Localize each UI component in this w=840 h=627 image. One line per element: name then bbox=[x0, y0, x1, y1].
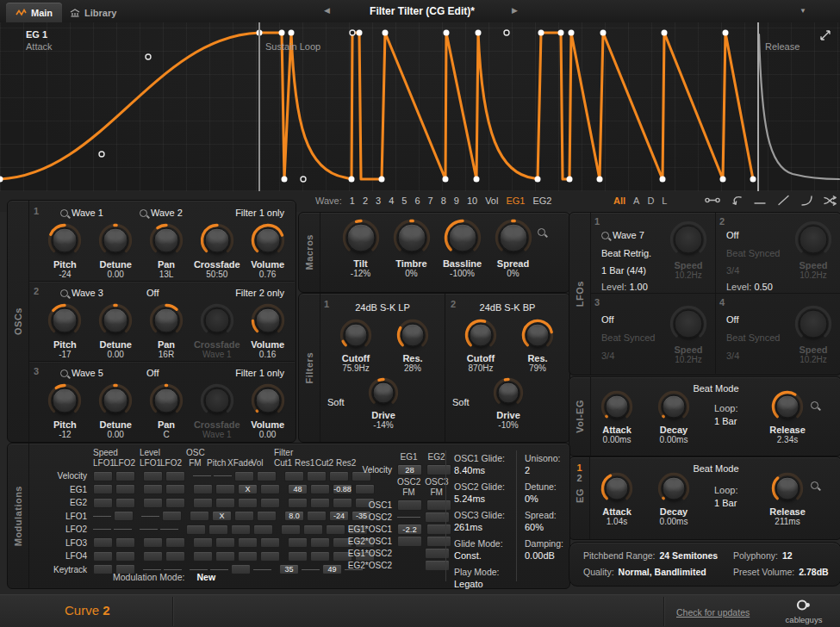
osc1-wave2-selector[interactable]: Wave 2 bbox=[140, 208, 183, 218]
mod-cell[interactable] bbox=[215, 484, 235, 494]
mod-cell[interactable] bbox=[165, 537, 185, 548]
lfo4-wave-selector[interactable]: Off bbox=[726, 314, 738, 325]
wave-item-EG2[interactable]: EG2 bbox=[532, 196, 551, 206]
env-node[interactable] bbox=[569, 30, 575, 36]
mod-cell[interactable] bbox=[260, 537, 280, 548]
filter1-res-knob[interactable]: Res.28% bbox=[386, 318, 439, 373]
env-handle-node[interactable] bbox=[350, 30, 355, 35]
eg-attack-knob[interactable]: Attack1.04s bbox=[590, 471, 644, 526]
mod-cell[interactable] bbox=[307, 471, 327, 481]
osc1-glide[interactable]: OSC1 Glide:8.40ms bbox=[454, 453, 505, 475]
wave-item-EG1[interactable]: EG1 bbox=[506, 196, 525, 206]
mod-cell[interactable] bbox=[260, 484, 280, 494]
lfo2-trigger-mode[interactable]: Beat Synced bbox=[726, 248, 780, 258]
filter2-cutoff-knob[interactable]: Cutoff870Hz bbox=[454, 318, 507, 373]
eg-release-knob[interactable]: Release211ms bbox=[761, 471, 814, 526]
mod-cell[interactable] bbox=[143, 537, 163, 548]
env-node[interactable] bbox=[444, 30, 450, 36]
wave-item-5[interactable]: 5 bbox=[401, 196, 407, 206]
damping[interactable]: Damping:0.00dB bbox=[525, 538, 563, 561]
mod-cell[interactable] bbox=[143, 551, 163, 562]
cableguys-logo[interactable]: cableguys bbox=[776, 599, 831, 624]
env-node[interactable] bbox=[357, 30, 363, 36]
mod-cell[interactable] bbox=[288, 551, 308, 562]
wave-item-Vol[interactable]: Vol bbox=[485, 196, 498, 206]
mod-cell[interactable]: X bbox=[212, 511, 232, 521]
eg-loop[interactable]: Loop:1 Bar bbox=[714, 485, 738, 508]
mod-cell[interactable] bbox=[257, 471, 277, 481]
release-divider[interactable] bbox=[757, 22, 759, 191]
pitchbend-range[interactable]: Pitchbend Range:24 Semitones bbox=[583, 550, 718, 561]
env-node[interactable] bbox=[279, 30, 285, 36]
mod-cell[interactable] bbox=[190, 511, 209, 521]
vol-eg-release-knob[interactable]: Release2.34s bbox=[761, 389, 814, 444]
lfo1-rate[interactable]: 1 Bar (4/4) bbox=[601, 265, 646, 276]
bassline-macro-knob[interactable]: Bassline-100% bbox=[437, 218, 488, 278]
unisono[interactable]: Unisono:2 bbox=[525, 453, 560, 475]
osc3-volume-knob[interactable]: Volume0.00 bbox=[242, 382, 293, 439]
mod-cell[interactable] bbox=[426, 536, 451, 547]
tab-library[interactable]: Library bbox=[60, 3, 126, 22]
filter1-type[interactable]: 24dB S-K LP bbox=[329, 302, 436, 313]
env-node[interactable] bbox=[720, 177, 726, 183]
draw-curve-icon[interactable] bbox=[730, 195, 744, 206]
mod-cell[interactable] bbox=[288, 498, 308, 508]
mod-cell[interactable] bbox=[162, 511, 182, 521]
osc3-pitch-knob[interactable]: Pitch-12 bbox=[40, 382, 90, 439]
mod-cell[interactable] bbox=[114, 511, 134, 521]
mod-cell[interactable] bbox=[115, 551, 135, 562]
env-node[interactable] bbox=[476, 30, 482, 36]
mod-cell[interactable] bbox=[310, 551, 330, 562]
mod-cell[interactable]: 48 bbox=[288, 484, 308, 494]
osc2-filter-routing[interactable]: Filter 2 only bbox=[235, 288, 284, 298]
preset-volume[interactable]: Preset Volume:2.78dB bbox=[733, 567, 829, 577]
mod-cell[interactable] bbox=[426, 524, 451, 535]
env-node[interactable] bbox=[443, 177, 449, 183]
mod-cell[interactable] bbox=[115, 484, 135, 494]
osc2-wave2-selector[interactable]: Off bbox=[146, 288, 159, 298]
env-node[interactable] bbox=[383, 30, 389, 36]
env-node[interactable] bbox=[597, 177, 603, 183]
modulation-mode[interactable]: Modulation Mode:New bbox=[113, 572, 215, 582]
envelope-handles[interactable] bbox=[99, 30, 509, 182]
wave-item-1[interactable]: 1 bbox=[350, 196, 355, 206]
mod-cell[interactable] bbox=[288, 537, 308, 548]
envelope-editor[interactable]: EG 1 Attack Sustain Loop Release bbox=[0, 22, 840, 191]
mod-cell[interactable] bbox=[115, 498, 135, 508]
mod-cell[interactable] bbox=[397, 536, 422, 547]
osc2-pan-knob[interactable]: Pan16R bbox=[141, 302, 192, 359]
mod-cell[interactable] bbox=[165, 484, 185, 494]
env-node[interactable] bbox=[535, 177, 541, 183]
unisono-detune[interactable]: Detune:0% bbox=[525, 481, 557, 504]
env-node[interactable] bbox=[723, 30, 729, 36]
edit-mode-All[interactable]: All bbox=[613, 196, 625, 206]
wave-item-4[interactable]: 4 bbox=[389, 196, 394, 206]
sustain-divider[interactable] bbox=[258, 22, 260, 191]
mod-cell[interactable] bbox=[93, 551, 113, 562]
mod-cell[interactable] bbox=[165, 551, 185, 562]
polyphony[interactable]: Polyphony:12 bbox=[733, 550, 793, 561]
lfo4-trigger-mode[interactable]: Beat Synced bbox=[726, 332, 780, 343]
lfo2-rate[interactable]: 3/4 bbox=[726, 265, 739, 276]
osc2-volume-knob[interactable]: Volume0.16 bbox=[242, 302, 293, 359]
tilt-macro-knob[interactable]: Tilt-12% bbox=[335, 218, 386, 278]
lfo3-trigger-mode[interactable]: Beat Synced bbox=[601, 332, 655, 343]
osc2-wave1-selector[interactable]: Wave 3 bbox=[60, 288, 103, 298]
env-node[interactable] bbox=[538, 30, 544, 36]
mod-cell[interactable] bbox=[208, 525, 228, 535]
osc1-filter-routing[interactable]: Filter 1 only bbox=[235, 208, 284, 218]
env-node[interactable] bbox=[474, 177, 480, 183]
lfo2-wave-selector[interactable]: Off bbox=[726, 230, 738, 240]
mod-cell[interactable] bbox=[215, 537, 235, 548]
osc1-wave1-selector[interactable]: Wave 1 bbox=[60, 208, 103, 218]
eg2-select[interactable]: 2 bbox=[576, 473, 582, 483]
lfo1-trigger-mode[interactable]: Beat Retrig. bbox=[601, 248, 651, 258]
envelope-svg[interactable] bbox=[0, 22, 840, 191]
mod-cell[interactable] bbox=[165, 498, 185, 508]
filter2-res-knob[interactable]: Res.79% bbox=[511, 318, 564, 373]
mod-cell[interactable] bbox=[310, 484, 330, 494]
mod-cell[interactable] bbox=[193, 537, 213, 548]
filter1-drive-knob[interactable]: Drive-14% bbox=[357, 376, 410, 430]
edit-mode-A[interactable]: A bbox=[633, 196, 639, 206]
unisono-spread[interactable]: Spread:60% bbox=[525, 510, 557, 532]
